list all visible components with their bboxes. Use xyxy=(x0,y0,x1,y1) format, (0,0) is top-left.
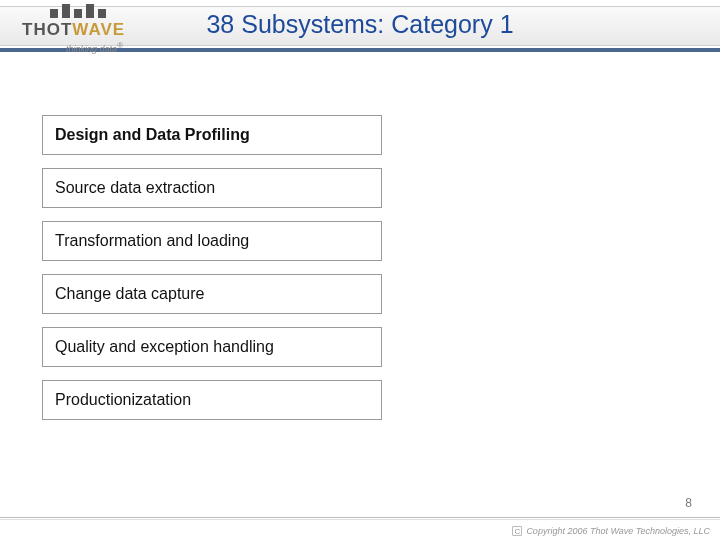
list-item-label: Design and Data Profiling xyxy=(55,126,250,143)
copyright-icon: C xyxy=(512,526,522,536)
footer-rule xyxy=(0,517,720,518)
logo-word-b: WAVE xyxy=(72,20,125,39)
logo-tagline: thinking data® xyxy=(66,41,182,54)
logo-tagline-text: thinking data xyxy=(66,44,117,54)
list-item: Quality and exception handling xyxy=(42,327,382,367)
list-item-label: Quality and exception handling xyxy=(55,338,274,355)
logo-bars-icon xyxy=(50,2,182,18)
copyright: CCopyright 2006 Thot Wave Technologies, … xyxy=(512,526,710,536)
list-item-label: Transformation and loading xyxy=(55,232,249,249)
list-item: Change data capture xyxy=(42,274,382,314)
footer-rule-shadow xyxy=(0,519,720,520)
category-list: Design and Data Profiling Source data ex… xyxy=(42,115,382,433)
list-item-label: Source data extraction xyxy=(55,179,215,196)
list-item: Productionizatation xyxy=(42,380,382,420)
registered-icon: ® xyxy=(117,41,123,50)
list-item: Transformation and loading xyxy=(42,221,382,261)
copyright-text: Copyright 2006 Thot Wave Technologies, L… xyxy=(526,526,710,536)
list-item-label: Productionizatation xyxy=(55,391,191,408)
logo-wordmark: THOTWAVE xyxy=(22,20,182,40)
logo: THOTWAVE thinking data® xyxy=(22,2,182,54)
slide: 38 Subsystems: Category 1 THOTWAVE think… xyxy=(0,0,720,540)
list-item: Design and Data Profiling xyxy=(42,115,382,155)
list-item: Source data extraction xyxy=(42,168,382,208)
list-item-label: Change data capture xyxy=(55,285,204,302)
logo-word-a: THOT xyxy=(22,20,72,39)
page-number: 8 xyxy=(685,496,692,510)
